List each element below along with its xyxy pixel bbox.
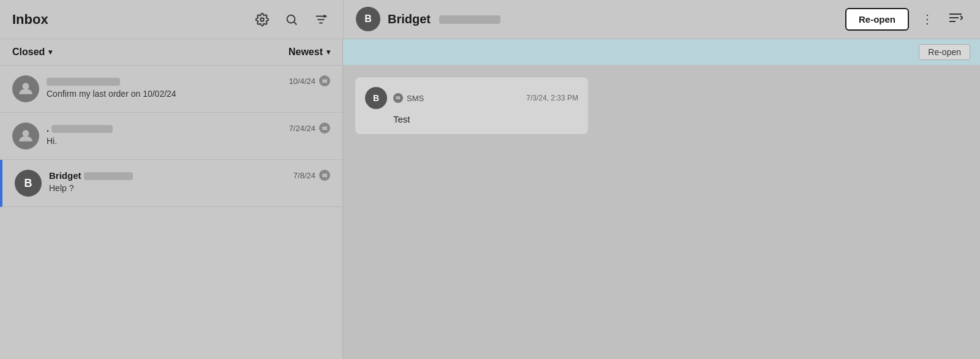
list-item[interactable]: 10/4/24 ✉ Confirm my last order on 10/02… [0, 66, 342, 113]
app-header: Inbox B Bridget [0, 0, 980, 39]
search-icon[interactable] [282, 10, 301, 29]
svg-line-2 [294, 22, 296, 25]
sort-chevron-icon: ▾ [326, 48, 330, 56]
sort-filter[interactable]: Newest ▾ [288, 47, 330, 58]
status-chevron-icon: ▾ [48, 48, 52, 56]
message-area: B ✉ SMS 7/3/24, 2:33 PM Test [343, 65, 980, 359]
conv-body: 10/4/24 ✉ Confirm my last order on 10/02… [47, 75, 330, 99]
more-icon[interactable]: ⋮ [916, 9, 938, 29]
svg-point-10 [23, 130, 29, 137]
right-panel-header: B Bridget Re-open ⋮ [343, 0, 980, 39]
conversation-list: 10/4/24 ✉ Confirm my last order on 10/02… [0, 66, 342, 359]
filter-icon[interactable] [311, 10, 331, 29]
conv-date: 7/8/24 [293, 171, 315, 180]
inbox-title: Inbox [12, 12, 243, 28]
msg-text: Test [393, 114, 578, 124]
msg-channel-label: SMS [407, 94, 424, 103]
conv-name: . [47, 123, 113, 134]
reopen-dropdown-bar: Re-open [343, 39, 980, 65]
right-panel: Re-open B ✉ SMS 7/3/24, 2:33 PM Test [343, 39, 980, 359]
list-item[interactable]: . 7/24/24 ✉ Hi. [0, 113, 342, 160]
conv-name-blurred [84, 172, 133, 180]
reopen-button[interactable]: Re-open [845, 8, 909, 31]
conv-date: 7/24/24 [289, 124, 315, 133]
reopen-dropdown-button[interactable]: Re-open [919, 44, 970, 60]
contact-name-blurred [439, 15, 500, 24]
conv-sms-icon: ✉ [319, 75, 330, 86]
filter-bar: Closed ▾ Newest ▾ [0, 39, 342, 66]
conv-preview: Confirm my last order on 10/02/24 [47, 89, 330, 99]
conv-date: 10/4/24 [289, 77, 315, 86]
conv-preview: Help ? [49, 183, 330, 193]
avatar [12, 75, 39, 102]
msg-channel-icon: ✉ [393, 93, 403, 103]
msg-avatar: B [365, 87, 387, 109]
svg-point-1 [287, 15, 295, 23]
svg-point-9 [23, 83, 29, 89]
conv-body: Bridget 7/8/24 ✉ Help ? [49, 170, 330, 193]
sort-icon[interactable] [943, 9, 968, 30]
msg-channel: ✉ SMS [393, 93, 520, 103]
conv-name [47, 76, 120, 86]
status-filter[interactable]: Closed ▾ [12, 47, 52, 58]
svg-point-0 [260, 18, 264, 21]
contact-name: Bridget [388, 12, 845, 26]
conv-name: Bridget [49, 170, 133, 181]
conv-name-blurred [51, 125, 113, 133]
left-panel: Closed ▾ Newest ▾ [0, 39, 343, 359]
avatar: B [15, 170, 42, 197]
gear-icon[interactable] [252, 10, 272, 29]
message-card: B ✉ SMS 7/3/24, 2:33 PM Test [355, 77, 588, 134]
conv-body: . 7/24/24 ✉ Hi. [47, 123, 330, 146]
conv-sms-icon: ✉ [319, 123, 330, 134]
list-item[interactable]: B Bridget 7/8/24 ✉ Help ? [0, 160, 342, 207]
conv-name-blurred [47, 78, 120, 86]
contact-avatar: B [356, 7, 380, 31]
status-filter-label: Closed [12, 47, 45, 58]
avatar [12, 123, 39, 149]
main-content: Closed ▾ Newest ▾ [0, 39, 980, 359]
msg-timestamp: 7/3/24, 2:33 PM [526, 94, 578, 102]
left-panel-header: Inbox [0, 10, 343, 29]
conv-sms-icon: ✉ [319, 170, 330, 181]
conv-preview: Hi. [47, 136, 330, 146]
sort-filter-label: Newest [288, 47, 323, 58]
